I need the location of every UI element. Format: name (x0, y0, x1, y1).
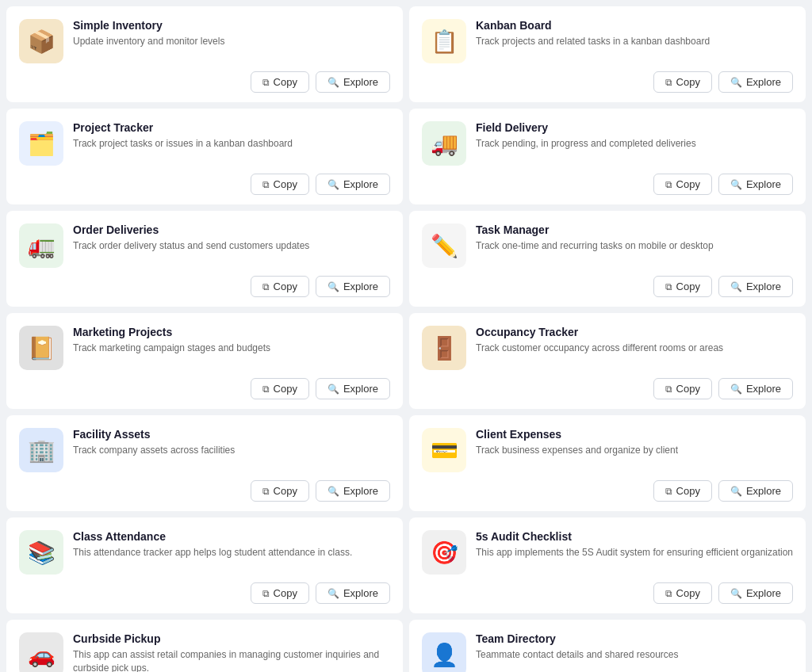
card-actions-facility-assets: ⧉ Copy 🔍 Explore (19, 480, 390, 502)
card-actions-kanban-board: ⧉ Copy 🔍 Explore (422, 71, 793, 93)
copy-button-project-tracker[interactable]: ⧉ Copy (251, 174, 309, 195)
copy-button-5s-audit-checklist[interactable]: ⧉ Copy (653, 582, 712, 604)
app-icon-client-expenses: 💳 (422, 428, 466, 472)
card-info-5s-audit-checklist: 5s Audit Checklist This app implements t… (476, 530, 793, 559)
copy-label: Copy (274, 383, 297, 395)
explore-icon: 🔍 (327, 588, 339, 599)
explore-button-kanban-board[interactable]: 🔍 Explore (718, 71, 793, 93)
card-desc-task-manager: Track one-time and recurring tasks on mo… (476, 239, 793, 253)
explore-icon: 🔍 (327, 281, 339, 292)
card-top: 🚚 Field Delivery Track pending, in progr… (422, 121, 793, 166)
explore-icon: 🔍 (327, 384, 339, 395)
explore-button-project-tracker[interactable]: 🔍 Explore (316, 174, 390, 195)
card-actions-client-expenses: ⧉ Copy 🔍 Explore (422, 480, 793, 502)
card-project-tracker: 🗂️ Project Tracker Track project tasks o… (6, 109, 403, 204)
card-desc-field-delivery: Track pending, in progress and completed… (476, 137, 793, 151)
copy-icon: ⧉ (665, 77, 672, 88)
explore-button-task-manager[interactable]: 🔍 Explore (718, 276, 793, 297)
card-title-simple-inventory: Simple Inventory (73, 19, 390, 32)
copy-icon: ⧉ (665, 486, 672, 497)
card-actions-class-attendance: ⧉ Copy 🔍 Explore (19, 582, 390, 604)
card-top: 🚪 Occupancy Tracker Track customer occup… (422, 326, 793, 370)
card-top: 🏢 Facility Assets Track company assets a… (19, 428, 390, 472)
explore-button-5s-audit-checklist[interactable]: 🔍 Explore (718, 582, 793, 604)
copy-button-task-manager[interactable]: ⧉ Copy (653, 276, 712, 297)
card-title-project-tracker: Project Tracker (73, 121, 390, 134)
card-top: 🗂️ Project Tracker Track project tasks o… (19, 121, 390, 166)
copy-button-marketing-projects[interactable]: ⧉ Copy (251, 378, 309, 399)
card-task-manager: ✏️ Task Manager Track one-time and recur… (409, 211, 806, 307)
explore-button-occupancy-tracker[interactable]: 🔍 Explore (718, 378, 793, 399)
card-info-simple-inventory: Simple Inventory Update inventory and mo… (73, 19, 390, 48)
card-title-order-deliveries: Order Deliveries (73, 223, 390, 236)
card-info-occupancy-tracker: Occupancy Tracker Track customer occupan… (476, 326, 793, 355)
copy-icon: ⧉ (665, 281, 672, 292)
copy-icon: ⧉ (262, 384, 270, 395)
explore-label: Explore (746, 587, 781, 599)
card-info-facility-assets: Facility Assets Track company assets acr… (73, 428, 390, 457)
card-desc-occupancy-tracker: Track customer occupancy across differen… (476, 342, 793, 355)
card-team-directory: 👤 Team Directory Teammate contact detail… (409, 620, 806, 672)
card-desc-client-expenses: Track business expenses and organize by … (476, 444, 793, 457)
copy-label: Copy (676, 76, 700, 88)
copy-button-order-deliveries[interactable]: ⧉ Copy (251, 276, 309, 297)
card-actions-project-tracker: ⧉ Copy 🔍 Explore (19, 174, 390, 195)
explore-button-field-delivery[interactable]: 🔍 Explore (718, 174, 793, 195)
copy-button-class-attendance[interactable]: ⧉ Copy (251, 582, 309, 604)
card-kanban-board: 📋 Kanban Board Track projects and relate… (409, 6, 806, 102)
explore-label: Explore (746, 281, 781, 292)
app-icon-task-manager: ✏️ (422, 223, 466, 268)
card-simple-inventory: 📦 Simple Inventory Update inventory and … (6, 6, 403, 102)
app-icon-class-attendance: 📚 (19, 530, 63, 575)
explore-button-facility-assets[interactable]: 🔍 Explore (316, 480, 390, 502)
explore-button-marketing-projects[interactable]: 🔍 Explore (316, 378, 390, 399)
card-top: 🚛 Order Deliveries Track order delivery … (19, 223, 390, 268)
copy-button-simple-inventory[interactable]: ⧉ Copy (251, 71, 309, 93)
explore-label: Explore (343, 178, 378, 190)
explore-label: Explore (746, 383, 781, 395)
explore-button-simple-inventory[interactable]: 🔍 Explore (316, 71, 390, 93)
copy-icon: ⧉ (665, 179, 672, 190)
copy-button-kanban-board[interactable]: ⧉ Copy (653, 71, 712, 93)
card-info-team-directory: Team Directory Teammate contact details … (476, 632, 793, 662)
explore-icon: 🔍 (327, 486, 339, 497)
app-icon-order-deliveries: 🚛 (19, 223, 63, 268)
card-info-order-deliveries: Order Deliveries Track order delivery st… (73, 223, 390, 253)
card-marketing-projects: 📔 Marketing Projects Track marketing cam… (6, 313, 403, 409)
copy-button-client-expenses[interactable]: ⧉ Copy (653, 480, 712, 502)
card-field-delivery: 🚚 Field Delivery Track pending, in progr… (409, 109, 806, 204)
explore-label: Explore (343, 587, 378, 599)
card-info-curbside-pickup: Curbside Pickup This app can assist reta… (73, 632, 390, 672)
card-title-field-delivery: Field Delivery (476, 121, 793, 134)
copy-button-field-delivery[interactable]: ⧉ Copy (653, 174, 712, 195)
copy-label: Copy (274, 587, 297, 599)
card-desc-marketing-projects: Track marketing campaign stages and budg… (73, 342, 390, 355)
card-desc-facility-assets: Track company assets across facilities (73, 444, 390, 457)
card-top: 💳 Client Expenses Track business expense… (422, 428, 793, 472)
card-info-field-delivery: Field Delivery Track pending, in progres… (476, 121, 793, 151)
card-title-team-directory: Team Directory (476, 632, 793, 645)
card-top: 📋 Kanban Board Track projects and relate… (422, 19, 793, 63)
card-title-marketing-projects: Marketing Projects (73, 326, 390, 338)
copy-icon: ⧉ (262, 281, 270, 292)
copy-button-occupancy-tracker[interactable]: ⧉ Copy (653, 378, 712, 399)
explore-icon: 🔍 (730, 179, 742, 190)
explore-label: Explore (343, 485, 378, 497)
copy-label: Copy (274, 281, 297, 292)
explore-button-order-deliveries[interactable]: 🔍 Explore (316, 276, 390, 297)
app-icon-field-delivery: 🚚 (422, 121, 466, 166)
card-info-project-tracker: Project Tracker Track project tasks or i… (73, 121, 390, 151)
card-desc-team-directory: Teammate contact details and shared reso… (476, 648, 793, 662)
copy-button-facility-assets[interactable]: ⧉ Copy (251, 480, 309, 502)
card-desc-project-tracker: Track project tasks or issues in a kanba… (73, 137, 390, 151)
explore-label: Explore (746, 76, 781, 88)
card-info-marketing-projects: Marketing Projects Track marketing campa… (73, 326, 390, 355)
app-icon-marketing-projects: 📔 (19, 326, 63, 370)
card-actions-marketing-projects: ⧉ Copy 🔍 Explore (19, 378, 390, 399)
explore-button-class-attendance[interactable]: 🔍 Explore (316, 582, 390, 604)
copy-icon: ⧉ (262, 179, 270, 190)
copy-icon: ⧉ (665, 588, 672, 599)
explore-button-client-expenses[interactable]: 🔍 Explore (718, 480, 793, 502)
copy-label: Copy (676, 178, 700, 190)
card-client-expenses: 💳 Client Expenses Track business expense… (409, 415, 806, 511)
